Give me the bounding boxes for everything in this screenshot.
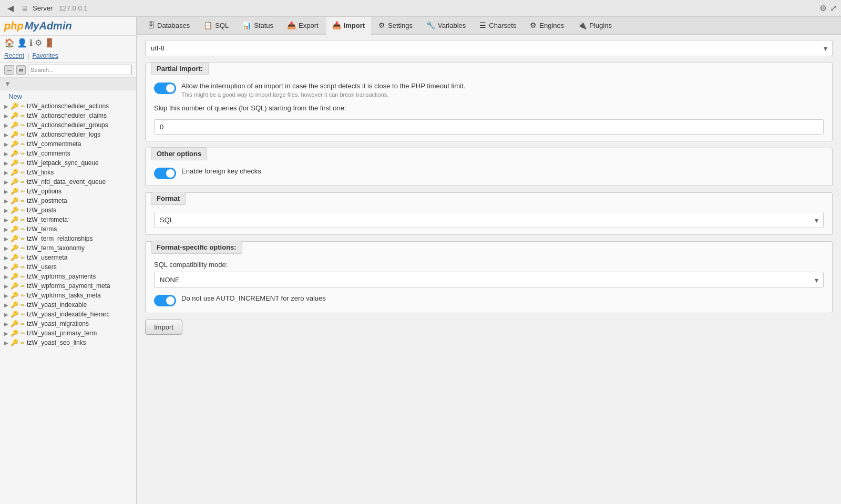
sidebar-item-expand-icon[interactable]: ▶ — [4, 312, 8, 317]
sidebar-item-name: tzW_terms — [27, 225, 57, 233]
sidebar-item[interactable]: ▶ 🔑 ✏ tzW_term_taxonomy — [0, 243, 136, 253]
sidebar-item[interactable]: ▶ 🔑 ✏ tzW_jetpack_sync_queue — [0, 158, 136, 168]
server-title: Server — [33, 4, 53, 12]
sidebar-item-expand-icon[interactable]: ▶ — [4, 113, 8, 119]
tab-variables[interactable]: 🔧Variables — [420, 17, 472, 35]
sidebar-item-table-icon: 🔑 — [11, 159, 18, 167]
sidebar-item-expand-icon[interactable]: ▶ — [4, 236, 8, 242]
top-bar: ◀ 🖥 Server 127.0.0.1 ⚙ ⤢ — [0, 0, 841, 17]
tab-databases[interactable]: 🗄Databases — [141, 17, 196, 35]
sidebar-item[interactable]: ▶ 🔑 ✏ tzW_postmeta — [0, 196, 136, 205]
tab-sql[interactable]: 📋SQL — [197, 17, 235, 35]
sidebar-search-input[interactable] — [28, 65, 132, 75]
sidebar-item[interactable]: ▶ 🔑 ✏ tzW_yoast_indexable — [0, 300, 136, 310]
sidebar-item-expand-icon[interactable]: ▶ — [4, 160, 8, 166]
sidebar-item-expand-icon[interactable]: ▶ — [4, 302, 8, 308]
new-database-link[interactable]: New — [0, 90, 136, 101]
favorites-tab[interactable]: Favorites — [32, 52, 58, 60]
sidebar-item-expand-icon[interactable]: ▶ — [4, 340, 8, 346]
sidebar-item-expand-icon[interactable]: ▶ — [4, 151, 8, 157]
sidebar-item[interactable]: ▶ 🔑 ✏ tzW_terms — [0, 224, 136, 234]
tab-engines[interactable]: ⚙Engines — [524, 17, 570, 35]
tab-bar: 🗄Databases📋SQL📊Status📤Export📥Import⚙Sett… — [137, 17, 841, 35]
sidebar-item[interactable]: ▶ 🔑 ✏ tzW_yoast_indexable_hierarc — [0, 310, 136, 319]
sidebar-item[interactable]: ▶ 🔑 ✏ tzW_links — [0, 168, 136, 177]
sidebar-item-expand-icon[interactable]: ▶ — [4, 170, 8, 176]
import-button[interactable]: Import — [145, 320, 182, 335]
sidebar-item[interactable]: ▶ 🔑 ✏ tzW_commentmeta — [0, 139, 136, 149]
sidebar-item-expand-icon[interactable]: ▶ — [4, 132, 8, 138]
sidebar-item[interactable]: ▶ 🔑 ✏ tzW_usermeta — [0, 253, 136, 262]
tab-import[interactable]: 📥Import — [326, 17, 371, 35]
sidebar-item-expand-icon[interactable]: ▶ — [4, 189, 8, 194]
collapse-db-icon[interactable]: ▼ — [4, 80, 11, 88]
sidebar-item-view-icon: ✏ — [20, 141, 25, 147]
sidebar-item[interactable]: ▶ 🔑 ✏ tzW_comments — [0, 149, 136, 158]
sidebar-item[interactable]: ▶ 🔑 ✏ tzW_actionscheduler_groups — [0, 120, 136, 130]
sidebar-item-expand-icon[interactable]: ▶ — [4, 283, 8, 289]
sidebar-item-expand-icon[interactable]: ▶ — [4, 217, 8, 223]
foreign-key-row: Enable foreign key checks — [154, 167, 824, 179]
sidebar-item-expand-icon[interactable]: ▶ — [4, 198, 8, 204]
tab-charsets[interactable]: ☰Charsets — [473, 17, 522, 35]
link-btn[interactable]: ∞ — [16, 65, 26, 75]
sidebar-item[interactable]: ▶ 🔑 ✏ tzW_yoast_seo_links — [0, 338, 136, 347]
sidebar-item-expand-icon[interactable]: ▶ — [4, 321, 8, 327]
sidebar-item[interactable]: ▶ 🔑 ✏ tzW_nfd_data_event_queue — [0, 177, 136, 187]
sidebar: phpMyAdmin 🏠 👤 ℹ ⚙ 🚪 Recent | Favorites … — [0, 17, 137, 504]
sidebar-item[interactable]: ▶ 🔑 ✏ tzW_wpforms_payment_meta — [0, 281, 136, 291]
sidebar-item-expand-icon[interactable]: ▶ — [4, 104, 8, 109]
sidebar-item[interactable]: ▶ 🔑 ✏ tzW_actionscheduler_actions — [0, 101, 136, 111]
allow-interrupt-toggle[interactable] — [154, 83, 176, 94]
sidebar-item-expand-icon[interactable]: ▶ — [4, 122, 8, 128]
sidebar-icon-row: 🏠 👤 ℹ ⚙ 🚪 — [0, 36, 136, 50]
back-button[interactable]: ◀ — [4, 2, 17, 14]
tab-plugins[interactable]: 🔌Plugins — [571, 17, 618, 35]
settings-icon[interactable]: ⚙ — [35, 38, 42, 48]
info-icon[interactable]: ℹ — [29, 38, 33, 48]
sidebar-items-list: ▶ 🔑 ✏ tzW_actionscheduler_actions ▶ 🔑 ✏ … — [0, 101, 136, 347]
sql-compat-select[interactable]: NONE ANSI DB2 MAXDB MYSQL323 MYSQL40 MSS… — [154, 272, 824, 288]
sidebar-item[interactable]: ▶ 🔑 ✏ tzW_actionscheduler_logs — [0, 130, 136, 139]
engines-tab-icon: ⚙ — [530, 21, 537, 29]
sidebar-item-expand-icon[interactable]: ▶ — [4, 264, 8, 270]
sidebar-item-expand-icon[interactable]: ▶ — [4, 179, 8, 185]
sidebar-item[interactable]: ▶ 🔑 ✏ tzW_actionscheduler_claims — [0, 111, 136, 120]
sidebar-item-expand-icon[interactable]: ▶ — [4, 331, 8, 336]
sidebar-item[interactable]: ▶ 🔑 ✏ tzW_yoast_migrations — [0, 319, 136, 328]
sidebar-item[interactable]: ▶ 🔑 ✏ tzW_wpforms_tasks_meta — [0, 291, 136, 300]
sidebar-item[interactable]: ▶ 🔑 ✏ tzW_posts — [0, 205, 136, 215]
gear-button[interactable]: ⚙ — [819, 3, 827, 13]
skip-queries-row: Skip this number of queries (for SQL) st… — [154, 104, 824, 135]
sidebar-item-expand-icon[interactable]: ▶ — [4, 245, 8, 251]
sidebar-db-header: ▼ — [0, 78, 136, 90]
sidebar-item[interactable]: ▶ 🔑 ✏ tzW_termmeta — [0, 215, 136, 224]
tab-export[interactable]: 📤Export — [281, 17, 325, 35]
sidebar-item[interactable]: ▶ 🔑 ✏ tzW_options — [0, 187, 136, 196]
sidebar-item[interactable]: ▶ 🔑 ✏ tzW_users — [0, 262, 136, 272]
home-icon[interactable]: 🏠 — [4, 38, 15, 48]
user-icon[interactable]: 👤 — [17, 38, 27, 48]
skip-queries-input[interactable]: 0 — [154, 119, 824, 135]
foreign-key-toggle[interactable] — [154, 168, 176, 179]
auto-increment-label: Do not use AUTO_INCREMENT for zero value… — [181, 294, 326, 302]
sidebar-item-expand-icon[interactable]: ▶ — [4, 274, 8, 280]
sidebar-item-view-icon: ✏ — [20, 321, 25, 327]
sidebar-item-expand-icon[interactable]: ▶ — [4, 293, 8, 299]
tab-status[interactable]: 📊Status — [236, 17, 280, 35]
sidebar-item-expand-icon[interactable]: ▶ — [4, 227, 8, 232]
exit-icon[interactable]: 🚪 — [44, 38, 55, 48]
resize-button[interactable]: ⤢ — [830, 3, 837, 13]
auto-increment-toggle[interactable] — [154, 295, 176, 306]
collapse-btn[interactable]: ─ — [4, 65, 14, 75]
charset-select[interactable]: utf-8 utf-16 latin1 cp1251 — [145, 40, 833, 56]
sidebar-item[interactable]: ▶ 🔑 ✏ tzW_yoast_primary_term — [0, 328, 136, 338]
tab-settings[interactable]: ⚙Settings — [372, 17, 419, 35]
sidebar-item-expand-icon[interactable]: ▶ — [4, 141, 8, 147]
format-select[interactable]: SQL CSV CSV for MS Excel JSON XML — [154, 212, 824, 228]
sidebar-item[interactable]: ▶ 🔑 ✏ tzW_wpforms_payments — [0, 272, 136, 281]
recent-tab[interactable]: Recent — [4, 52, 24, 60]
sidebar-item-expand-icon[interactable]: ▶ — [4, 208, 8, 213]
sidebar-item[interactable]: ▶ 🔑 ✏ tzW_term_relationships — [0, 234, 136, 243]
sidebar-item-expand-icon[interactable]: ▶ — [4, 255, 8, 261]
